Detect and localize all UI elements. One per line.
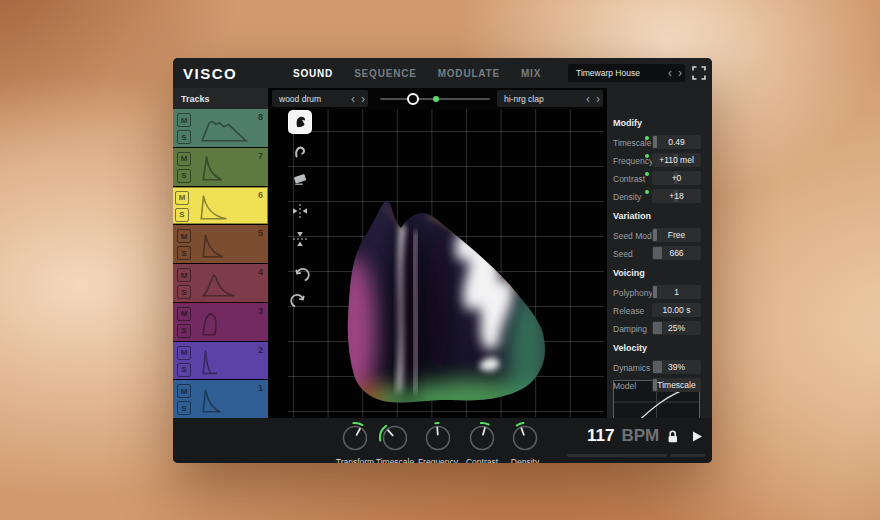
solo-button[interactable]: S — [177, 246, 191, 260]
solo-button[interactable]: S — [177, 169, 191, 183]
param-value-text: Timescale — [657, 380, 695, 390]
smudge-tool-icon — [290, 142, 310, 162]
track-waveform — [193, 307, 255, 337]
eraser-tool[interactable] — [289, 167, 311, 189]
play-button[interactable] — [691, 430, 703, 443]
draw-tool[interactable] — [289, 111, 311, 133]
sample-left-next-button[interactable]: › — [358, 93, 368, 105]
track-row[interactable]: MS5 — [173, 225, 268, 263]
track-row[interactable]: MS6 — [173, 187, 268, 225]
drag-handle[interactable] — [653, 229, 657, 241]
sample-select-right[interactable]: hi-nrg clap ‹ › — [497, 90, 603, 107]
solo-button[interactable]: S — [177, 285, 191, 299]
param-label: Contrast — [613, 174, 645, 184]
spectral-blob[interactable] — [288, 109, 604, 417]
sample-select-left[interactable]: wood drum ‹ › — [272, 90, 368, 107]
param-label: Damping — [613, 324, 647, 334]
tab-mix[interactable]: MIX — [521, 68, 541, 79]
track-waveform — [193, 384, 255, 414]
sample-right-name: hi-nrg clap — [497, 94, 583, 104]
param-value-text: +110 mel — [659, 155, 694, 165]
track-row[interactable]: MS2 — [173, 342, 268, 380]
param-value-timescale[interactable]: 0.49 — [652, 135, 701, 149]
knob-dial[interactable] — [508, 421, 542, 455]
bpm-display[interactable]: 117 BPM — [587, 426, 703, 446]
fullscreen-icon[interactable] — [691, 65, 707, 81]
preset-prev-button[interactable]: ‹ — [665, 67, 675, 79]
param-value-text: +0 — [672, 173, 682, 183]
app-window: VISCO SOUNDSEQUENCEMODULATEMIX Timewarp … — [173, 58, 712, 463]
param-label: Polyphony — [613, 288, 653, 298]
param-value-seed[interactable]: 666 — [652, 246, 701, 260]
modulation-indicator-dot — [645, 154, 649, 158]
sample-right-prev-button[interactable]: ‹ — [583, 93, 593, 105]
preset-selector[interactable]: Timewarp House ‹ › — [568, 64, 685, 82]
param-value-polyphony[interactable]: 1 — [652, 285, 701, 299]
track-row[interactable]: MS1 — [173, 380, 268, 418]
param-value-damping[interactable]: 25% — [652, 321, 701, 335]
lock-icon[interactable] — [666, 429, 680, 444]
app-logo: VISCO — [183, 65, 237, 82]
drag-handle[interactable] — [653, 361, 662, 373]
param-value-text: 1 — [674, 287, 679, 297]
mute-button[interactable]: M — [177, 307, 191, 321]
smudge-tool[interactable] — [289, 141, 311, 163]
flip-vertical-tool[interactable] — [289, 228, 311, 250]
flip-vertical-tool-icon — [290, 229, 310, 249]
track-row[interactable]: MS8 — [173, 109, 268, 147]
solo-button[interactable]: S — [177, 324, 191, 338]
mute-button[interactable]: M — [177, 268, 191, 282]
undo-button[interactable] — [289, 266, 311, 288]
sample-right-next-button[interactable]: › — [593, 93, 603, 105]
canvas-grid[interactable] — [288, 109, 604, 417]
solo-button[interactable]: S — [175, 208, 189, 222]
meter-bar-right[interactable] — [670, 454, 705, 457]
param-value-text: 39% — [668, 362, 685, 372]
bpm-value[interactable]: 117 — [587, 426, 614, 446]
solo-button[interactable]: S — [177, 401, 191, 415]
solo-button[interactable]: S — [177, 363, 191, 377]
param-value-contrast[interactable]: +0 — [652, 171, 701, 185]
param-value-release[interactable]: 10.00 s — [652, 303, 701, 317]
undo-button-icon — [290, 267, 310, 287]
mute-button[interactable]: M — [177, 113, 191, 127]
tab-modulate[interactable]: MODULATE — [438, 68, 500, 79]
param-value-model[interactable]: Timescale — [652, 378, 701, 392]
nav-tabs: SOUNDSEQUENCEMODULATEMIX — [293, 58, 541, 88]
param-label: Seed Mode — [613, 231, 656, 241]
meter-bar-left[interactable] — [567, 454, 667, 457]
param-value-frequency[interactable]: +110 mel — [652, 153, 701, 167]
mute-button[interactable]: M — [177, 346, 191, 360]
preset-next-button[interactable]: › — [675, 67, 685, 79]
track-row[interactable]: MS3 — [173, 303, 268, 341]
modulation-indicator-dot — [645, 136, 649, 140]
tab-sequence[interactable]: SEQUENCE — [354, 68, 417, 79]
sample-bar: wood drum ‹ › hi-nrg clap ‹ › — [268, 88, 607, 109]
tab-sound[interactable]: SOUND — [293, 68, 333, 79]
morph-slider-handle[interactable] — [407, 93, 419, 105]
flip-horizontal-tool[interactable] — [289, 200, 311, 222]
mute-button[interactable]: M — [175, 191, 189, 205]
track-row[interactable]: MS4 — [173, 264, 268, 302]
mute-button[interactable]: M — [177, 229, 191, 243]
track-waveform — [193, 152, 255, 182]
mute-button[interactable]: M — [177, 152, 191, 166]
drag-handle[interactable] — [653, 247, 662, 259]
sample-left-prev-button[interactable]: ‹ — [348, 93, 358, 105]
solo-button[interactable]: S — [177, 130, 191, 144]
knob-density[interactable]: Density — [493, 421, 557, 463]
param-label: Model — [613, 381, 636, 391]
drag-handle[interactable] — [653, 322, 662, 334]
param-value-dynamics[interactable]: 39% — [652, 360, 701, 374]
editor-canvas[interactable] — [268, 109, 607, 418]
knob-label: Density — [493, 457, 557, 463]
drag-handle[interactable] — [653, 286, 657, 298]
redo-button[interactable] — [289, 292, 311, 314]
track-row[interactable]: MS7 — [173, 148, 268, 186]
param-value-density[interactable]: +18 — [652, 189, 701, 203]
draw-tool-icon — [290, 112, 310, 132]
param-value-seed-mode[interactable]: Free — [652, 228, 701, 242]
param-label: Dynamics — [613, 363, 650, 373]
drag-handle[interactable] — [653, 136, 657, 148]
mute-button[interactable]: M — [177, 384, 191, 398]
